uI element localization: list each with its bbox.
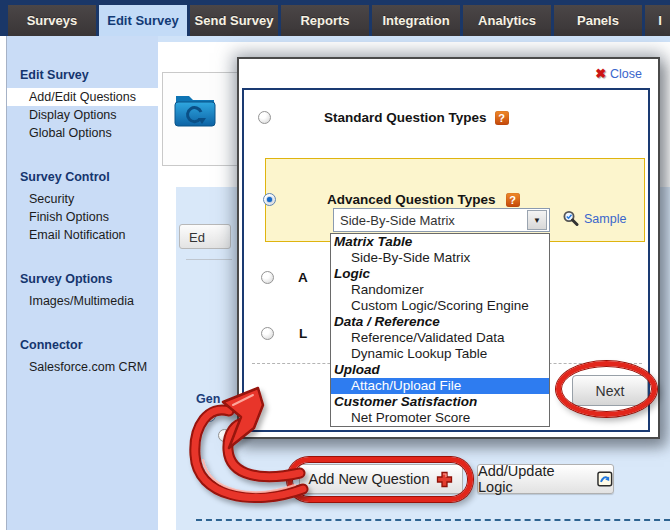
sidebar-section-title-edit-survey: Edit Survey [7, 66, 158, 88]
add-update-logic-button[interactable]: Add/Update Logic [477, 464, 614, 494]
sidebar-item-finish-options[interactable]: Finish Options [7, 208, 158, 226]
left-gutter [0, 36, 7, 530]
sidebar-section-title-survey-control: Survey Control [7, 168, 158, 190]
dropdown-item-randomizer[interactable]: Randomizer [331, 282, 549, 298]
standard-question-types-option: Standard Question Types ? [258, 110, 509, 125]
help-icon[interactable]: ? [495, 111, 509, 125]
close-icon[interactable]: ✖ [595, 66, 606, 81]
page-dashed-divider [196, 519, 670, 521]
magnifier-sample-icon [561, 210, 579, 227]
advanced-question-types-label: Advanced Question Types [327, 192, 496, 207]
sidebar-item-email-notification[interactable]: Email Notification [7, 226, 158, 244]
dropdown-item-net-promoter-score[interactable]: Net Promoter Score [331, 410, 549, 426]
page-radio-selected[interactable] [203, 409, 216, 422]
tab-edit-survey[interactable]: Edit Survey [99, 5, 187, 36]
app-window: SurveysEdit SurveySend SurveyReportsInte… [0, 0, 670, 530]
close-label: Close [610, 67, 642, 81]
question-type-select-value: Side-By-Side Matrix [334, 213, 527, 228]
dropdown-group-logic: Logic [331, 266, 549, 282]
sidebar-item-global-options[interactable]: Global Options [7, 124, 158, 142]
sidebar: Edit SurveyAdd/Edit QuestionsDisplay Opt… [7, 36, 158, 530]
dropdown-group-upload: Upload [331, 362, 549, 378]
panel-separator [186, 259, 232, 260]
fourth-option-radio[interactable] [261, 327, 274, 340]
logic-book-icon [597, 471, 613, 487]
tab-panels[interactable]: Panels [554, 5, 642, 36]
sidebar-item-display-options[interactable]: Display Options [7, 106, 158, 124]
sample-label: Sample [584, 212, 626, 226]
dropdown-group-matrix-table: Matrix Table [331, 234, 549, 250]
next-button[interactable]: Next [572, 375, 648, 406]
blue-folder-refresh-icon [173, 89, 217, 129]
sample-link[interactable]: Sample [561, 210, 626, 227]
dropdown-item-attach-upload-file[interactable]: Attach/Upload File [331, 378, 549, 394]
third-option-row: A [261, 270, 308, 285]
edit-button-truncated[interactable]: Ed [179, 224, 231, 249]
sidebar-item-add-edit-questions[interactable]: Add/Edit Questions [7, 88, 158, 106]
sidebar-section-title-survey-options: Survey Options [7, 270, 158, 292]
sidebar-item-security[interactable]: Security [7, 190, 158, 208]
dropdown-item-dynamic-lookup-table[interactable]: Dynamic Lookup Table [331, 346, 549, 362]
nav-tabs: SurveysEdit SurveySend SurveyReportsInte… [8, 5, 670, 36]
sidebar-item-salesforce-com-crm[interactable]: Salesforce.com CRM [7, 358, 158, 376]
standard-question-types-radio[interactable] [258, 111, 271, 124]
tab-truncated[interactable]: I [645, 5, 670, 36]
sidebar-section-edit-survey: Edit SurveyAdd/Edit QuestionsDisplay Opt… [7, 66, 158, 142]
tab-analytics[interactable]: Analytics [463, 5, 551, 36]
general-label-truncated: Gen [196, 392, 220, 406]
red-plus-icon [436, 471, 453, 488]
question-type-select[interactable]: Side-By-Side Matrix ▼ [333, 208, 550, 232]
dropdown-group-data-reference: Data / Reference [331, 314, 549, 330]
fourth-option-row: L [261, 326, 307, 341]
dropdown-item-reference-validated-data[interactable]: Reference/Validated Data [331, 330, 549, 346]
tab-send-survey[interactable]: Send Survey [190, 5, 278, 36]
dropdown-item-custom-logic-scoring-engine[interactable]: Custom Logic/Scoring Engine [331, 298, 549, 314]
sidebar-section-survey-control: Survey ControlSecurityFinish OptionsEmai… [7, 168, 158, 244]
add-question-modal: ✖ Close Standard Question Types ? Advanc… [237, 57, 660, 439]
sidebar-section-connector: ConnectorSalesforce.com CRM [7, 336, 158, 376]
dropdown-group-customer-satisfaction: Customer Satisfaction [331, 394, 549, 410]
advanced-question-types-radio[interactable] [263, 193, 276, 206]
add-new-question-label: Add New Question [309, 471, 430, 487]
dropdown-item-side-by-side-matrix[interactable]: Side-By-Side Matrix [331, 250, 549, 266]
help-icon[interactable]: ? [506, 193, 520, 207]
fourth-option-label-fragment: L [299, 326, 307, 341]
advanced-question-types-option: Advanced Question Types ? [263, 192, 520, 207]
add-update-logic-label: Add/Update Logic [478, 463, 590, 495]
sidebar-item-images-multimedia[interactable]: Images/Multimedia [7, 292, 158, 310]
tab-integration[interactable]: Integration [372, 5, 460, 36]
question-type-dropdown-list: Matrix TableSide-By-Side MatrixLogicRand… [330, 233, 550, 427]
third-option-label-fragment: A [298, 270, 308, 285]
select-dropdown-arrow-icon[interactable]: ▼ [527, 210, 547, 230]
sidebar-section-title-connector: Connector [7, 336, 158, 358]
sidebar-section-survey-options: Survey OptionsImages/Multimedia [7, 270, 158, 310]
standard-question-types-label: Standard Question Types [324, 110, 487, 125]
tab-surveys[interactable]: Surveys [8, 5, 96, 36]
third-option-radio[interactable] [261, 271, 274, 284]
add-new-question-button[interactable]: Add New Question [299, 464, 463, 494]
top-nav: SurveysEdit SurveySend SurveyReportsInte… [0, 0, 670, 36]
tab-reports[interactable]: Reports [281, 5, 369, 36]
close-button[interactable]: ✖ Close [595, 66, 642, 81]
